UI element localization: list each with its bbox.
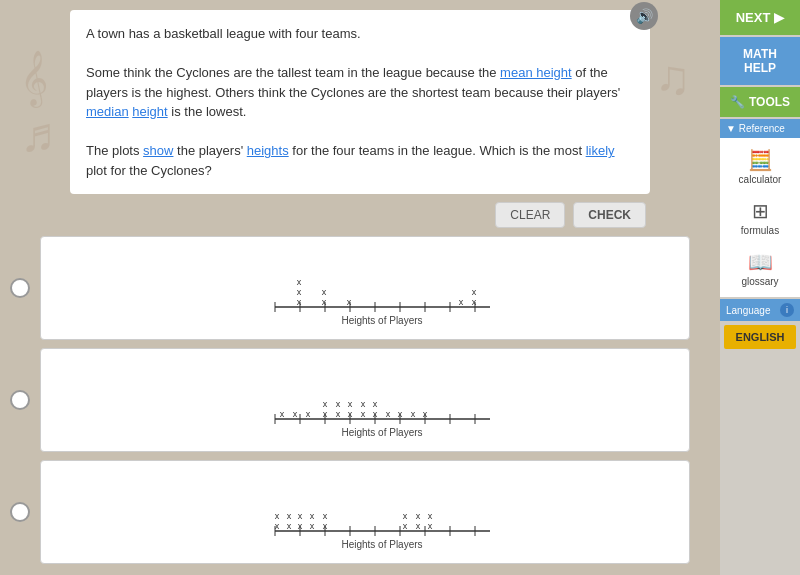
svg-text:x: x — [472, 297, 477, 307]
svg-text:x: x — [416, 511, 421, 521]
check-button[interactable]: CHECK — [573, 202, 646, 228]
link-show[interactable]: show — [143, 143, 173, 158]
answer-option-2: x x x x x x x x x x x x x x x — [10, 348, 690, 452]
radio-3[interactable] — [10, 502, 30, 522]
svg-text:x: x — [323, 409, 328, 419]
question-paragraph-2: Some think the Cyclones are the tallest … — [86, 63, 634, 122]
svg-text:x: x — [275, 511, 280, 521]
link-heights[interactable]: heights — [247, 143, 289, 158]
svg-text:x: x — [373, 399, 378, 409]
svg-text:x: x — [411, 409, 416, 419]
svg-text:x: x — [347, 297, 352, 307]
svg-text:x: x — [280, 409, 285, 419]
svg-text:x: x — [298, 511, 303, 521]
svg-text:x: x — [310, 521, 315, 531]
plot-svg-2: x x x x x x x x x x x x x x x — [53, 359, 677, 439]
glossary-label: glossary — [741, 276, 778, 287]
svg-text:x: x — [403, 511, 408, 521]
svg-text:x: x — [306, 409, 311, 419]
svg-text:x: x — [336, 409, 341, 419]
svg-text:x: x — [398, 409, 403, 419]
svg-text:x: x — [297, 297, 302, 307]
svg-text:x: x — [322, 297, 327, 307]
link-mean-height[interactable]: mean height — [500, 65, 572, 80]
sidebar: NEXT ▶ MATH HELP 🔧 TOOLS ▼ Reference 🧮 c… — [720, 0, 800, 575]
svg-text:x: x — [428, 511, 433, 521]
question-paragraph-3: The plots show the players' heights for … — [86, 141, 634, 180]
question-paragraph-1: A town has a basketball league with four… — [86, 24, 634, 44]
svg-text:x: x — [323, 521, 328, 531]
plot-card-2[interactable]: x x x x x x x x x x x x x x x — [40, 348, 690, 452]
svg-text:x: x — [403, 521, 408, 531]
svg-text:x: x — [423, 409, 428, 419]
svg-text:x: x — [287, 511, 292, 521]
formulas-icon: ⊞ — [752, 199, 769, 223]
ref-items: 🧮 calculator ⊞ formulas 📖 glossary — [720, 138, 800, 297]
plot-card-1[interactable]: x x x x x x x x x Heights of Players — [40, 236, 690, 340]
calculator-item[interactable]: 🧮 calculator — [720, 142, 800, 191]
svg-text:x: x — [373, 409, 378, 419]
svg-text:x: x — [428, 521, 433, 531]
plot-svg-1: x x x x x x x x x Heights of Players — [53, 247, 677, 327]
formulas-item[interactable]: ⊞ formulas — [720, 193, 800, 242]
link-likely[interactable]: likely — [586, 143, 615, 158]
language-label: Language — [726, 305, 771, 316]
audio-button[interactable]: 🔊 — [630, 2, 658, 30]
svg-text:x: x — [348, 409, 353, 419]
svg-text:x: x — [323, 399, 328, 409]
formulas-label: formulas — [741, 225, 779, 236]
svg-text:x: x — [310, 511, 315, 521]
answer-option-1: x x x x x x x x x Heights of Players — [10, 236, 690, 340]
svg-text:x: x — [472, 287, 477, 297]
next-arrow-icon: ▶ — [774, 10, 784, 25]
svg-text:x: x — [275, 521, 280, 531]
math-help-button[interactable]: MATH HELP — [720, 37, 800, 85]
svg-text:x: x — [386, 409, 391, 419]
svg-text:Heights of Players: Heights of Players — [341, 539, 422, 550]
info-icon: i — [780, 303, 794, 317]
svg-text:x: x — [361, 409, 366, 419]
action-bar: CLEAR CHECK — [70, 202, 650, 228]
svg-text:Heights of Players: Heights of Players — [341, 427, 422, 438]
svg-text:x: x — [298, 521, 303, 531]
radio-2[interactable] — [10, 390, 30, 410]
svg-text:x: x — [287, 521, 292, 531]
radio-1[interactable] — [10, 278, 30, 298]
svg-text:x: x — [348, 399, 353, 409]
svg-text:x: x — [297, 277, 302, 287]
language-section[interactable]: Language i — [720, 299, 800, 321]
svg-text:x: x — [416, 521, 421, 531]
svg-text:x: x — [459, 297, 464, 307]
plot-svg-3: x x x x x x x x x x x x x x x x — [53, 471, 677, 551]
calculator-icon: 🧮 — [748, 148, 773, 172]
answer-option-3: x x x x x x x x x x x x x x x x — [10, 460, 690, 564]
tools-button[interactable]: 🔧 TOOLS — [720, 87, 800, 117]
svg-text:x: x — [361, 399, 366, 409]
svg-text:x: x — [336, 399, 341, 409]
plot-card-3[interactable]: x x x x x x x x x x x x x x x x — [40, 460, 690, 564]
svg-text:Heights of Players: Heights of Players — [341, 315, 422, 326]
clear-button[interactable]: CLEAR — [495, 202, 565, 228]
svg-text:x: x — [322, 287, 327, 297]
calculator-label: calculator — [739, 174, 782, 185]
reference-label: ▼ Reference — [726, 123, 785, 134]
svg-text:x: x — [293, 409, 298, 419]
reference-section[interactable]: ▼ Reference — [720, 119, 800, 138]
glossary-icon: 📖 — [748, 250, 773, 274]
wrench-icon: 🔧 — [730, 95, 745, 109]
link-median[interactable]: median — [86, 104, 129, 119]
link-height[interactable]: height — [132, 104, 167, 119]
english-button[interactable]: ENGLISH — [724, 325, 796, 349]
glossary-item[interactable]: 📖 glossary — [720, 244, 800, 293]
content-area: 🔊 A town has a basketball league with fo… — [0, 0, 720, 575]
svg-text:x: x — [323, 511, 328, 521]
question-card: 🔊 A town has a basketball league with fo… — [70, 10, 650, 194]
next-button[interactable]: NEXT ▶ — [720, 0, 800, 35]
svg-text:x: x — [297, 287, 302, 297]
